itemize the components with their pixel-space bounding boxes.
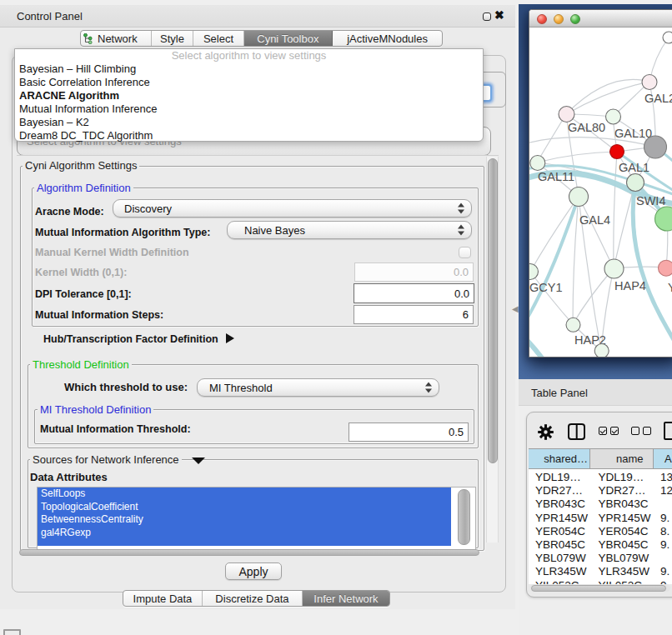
table-cell[interactable]: YDL19…: [535, 471, 581, 483]
sources-title[interactable]: Sources for Network Inference: [30, 453, 182, 466]
network-node-gcy1[interactable]: [529, 264, 539, 280]
which-threshold-combo[interactable]: MI Threshold: [197, 378, 439, 397]
algorithm-item[interactable]: Bayesian – Hill Climbing: [19, 62, 136, 75]
network-node-swi4[interactable]: [627, 174, 644, 192]
table-hscrollbar-thumb[interactable]: [531, 585, 666, 592]
unchecked-pair-icon[interactable]: [631, 427, 651, 435]
network-edge[interactable]: [573, 268, 614, 324]
attribute-item[interactable]: BetweennessCentrality: [38, 513, 451, 527]
network-node-gal11[interactable]: [530, 156, 545, 171]
collapse-down-icon[interactable]: [192, 458, 205, 464]
table-cell[interactable]: YBR043C: [535, 498, 585, 510]
network-canvas[interactable]: GAL2GAL80GAL10GAL1GAL11SWI4GAL4GCY1HAP4Y…: [529, 28, 672, 357]
dpi-tolerance-field[interactable]: 0.0: [354, 283, 474, 303]
network-edge[interactable]: [614, 152, 617, 268]
table-cell[interactable]: YDR27…: [535, 484, 583, 497]
network-node-gal4[interactable]: [569, 188, 589, 207]
tab-discretize-data[interactable]: Discretize Data: [203, 591, 303, 606]
close-traffic-light[interactable]: [537, 14, 547, 24]
attribute-item[interactable]: gal4RGexp: [38, 527, 451, 540]
attribute-item[interactable]: TopologicalCoefficient: [38, 501, 451, 514]
panel-hscrollbar-thumb[interactable]: [19, 549, 479, 556]
network-node[interactable]: [644, 136, 667, 158]
table-column-header[interactable]: name: [590, 448, 654, 469]
mi-steps-field[interactable]: 6: [354, 305, 474, 324]
network-node-gal2[interactable]: [642, 75, 657, 90]
manual-kernel-checkbox[interactable]: [459, 247, 471, 258]
expand-right-icon[interactable]: [226, 333, 234, 343]
network-node-gal1[interactable]: [610, 145, 624, 159]
algorithm-item[interactable]: Basic Correlation Inference: [19, 76, 150, 88]
table-cell[interactable]: YLR345W: [535, 565, 587, 578]
table-cell[interactable]: 12: [660, 484, 672, 497]
table-cell[interactable]: YBL079W: [535, 552, 586, 564]
close-icon[interactable]: ✖: [494, 8, 504, 22]
table-cell[interactable]: YDR27…: [599, 484, 646, 497]
table-cell[interactable]: YDL19…: [599, 471, 644, 483]
network-node[interactable]: [594, 344, 609, 358]
algorithm-item[interactable]: ARACNE Algorithm: [19, 89, 119, 102]
table-hscrollbar[interactable]: [530, 584, 670, 592]
minimize-traffic-light[interactable]: [554, 14, 564, 24]
table-cell[interactable]: YBR043C: [599, 498, 649, 510]
network-node[interactable]: [663, 32, 672, 43]
attributes-scrollbar-thumb[interactable]: [458, 489, 470, 545]
zoom-traffic-light[interactable]: [570, 14, 580, 24]
tab-select[interactable]: Select: [193, 31, 243, 46]
panel-scrollbar-thumb[interactable]: [488, 158, 498, 463]
tab-jactivemnodules[interactable]: jActiveMNodules: [333, 31, 442, 46]
table-cell[interactable]: 9.: [660, 538, 669, 551]
table-cell[interactable]: YBR045C: [599, 538, 649, 551]
network-node[interactable]: [655, 207, 672, 231]
table-cell[interactable]: 9.: [660, 512, 669, 524]
aracne-mode-combo[interactable]: Discovery: [113, 199, 472, 218]
mi-type-combo[interactable]: Naive Bayes: [227, 221, 472, 239]
tab-cyni-toolbox[interactable]: Cyni Toolbox: [244, 31, 333, 46]
table-column-header[interactable]: shared…: [529, 448, 590, 469]
network-edge-highlighted[interactable]: [529, 334, 548, 357]
kernel-width-field[interactable]: 0.0: [354, 262, 474, 282]
apply-button[interactable]: Apply: [225, 562, 282, 580]
float-window-icon[interactable]: [483, 12, 491, 21]
network-node-hap2[interactable]: [566, 318, 580, 332]
tab-infer-network[interactable]: Infer Network: [303, 591, 389, 606]
algorithm-item[interactable]: Bayesian – K2: [19, 116, 89, 128]
algorithm-item[interactable]: Dream8 DC_TDC Algorithm: [19, 129, 153, 142]
table-cell[interactable]: 8.: [660, 525, 669, 538]
network-edge[interactable]: [573, 197, 579, 324]
network-node-gal80[interactable]: [559, 107, 574, 122]
table-cell[interactable]: YPR145W: [535, 512, 588, 524]
network-edge[interactable]: [579, 197, 614, 268]
mi-threshold-field[interactable]: 0.5: [349, 422, 469, 442]
divider-collapse-icon[interactable]: ◀: [512, 304, 519, 313]
network-node-gal10[interactable]: [606, 109, 621, 124]
network-edge[interactable]: [566, 82, 649, 114]
network-edge[interactable]: [537, 152, 617, 162]
hub-definition-label[interactable]: Hub/Transcription Factor Definition: [43, 333, 218, 345]
table-cell[interactable]: YBL079W: [599, 552, 649, 564]
table-cell[interactable]: YLR345W: [599, 565, 650, 578]
tab-style[interactable]: Style: [152, 31, 194, 46]
table-cell[interactable]: YER054C: [599, 525, 649, 538]
document-icon[interactable]: [664, 422, 672, 440]
table-column-header[interactable]: A: [654, 448, 672, 469]
network-window-titlebar[interactable]: [529, 10, 672, 28]
node-table[interactable]: shared…nameAYDL19…YDL19…13YDR27…YDR27…12…: [529, 448, 672, 584]
table-cell[interactable]: 13: [660, 471, 672, 483]
algorithm-item[interactable]: Mutual Information Inference: [19, 102, 157, 115]
network-node-hap4[interactable]: [604, 259, 624, 278]
table-cell[interactable]: 9.: [660, 565, 669, 578]
table-cell[interactable]: YBR045C: [535, 538, 585, 551]
tab-network[interactable]: Network: [81, 31, 152, 46]
split-columns-icon[interactable]: [568, 423, 585, 440]
checked-pair-icon[interactable]: [599, 427, 619, 435]
attribute-item[interactable]: SelfLoops: [38, 488, 451, 501]
attribute-item[interactable]: [38, 540, 451, 546]
data-attributes-list[interactable]: SelfLoopsTopologicalCoefficientBetweenne…: [37, 487, 476, 550]
network-node-y[interactable]: [659, 260, 672, 276]
tab-impute-data[interactable]: Impute Data: [123, 591, 203, 606]
table-cell[interactable]: YER054C: [535, 525, 585, 538]
algorithm-definition-title: Algorithm Definition: [34, 182, 133, 194]
table-cell[interactable]: YPR145W: [599, 512, 651, 524]
gear-icon[interactable]: [538, 424, 554, 440]
